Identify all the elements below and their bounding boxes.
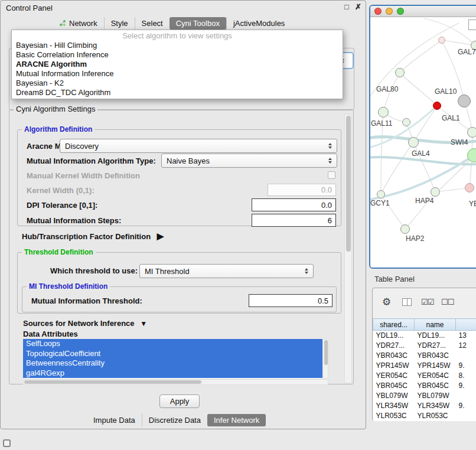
table-row[interactable]: YBR045CYBR045C9. xyxy=(373,381,476,391)
table-panel-title: Table Panel xyxy=(374,275,415,283)
data-attributes-label: Data Attributes xyxy=(23,330,78,338)
tab-cyni-toolbox[interactable]: Cyni Toolbox xyxy=(169,17,226,30)
node-label: HAP2 xyxy=(406,234,424,243)
attributes-hscrollbar-thumb[interactable] xyxy=(24,380,201,384)
settings-scrollbar-thumb[interactable] xyxy=(346,116,351,252)
tab-jactivemodules[interactable]: jActiveModules xyxy=(226,17,291,30)
which-threshold-label: Which threshold to use: xyxy=(50,266,138,275)
apply-button[interactable]: Apply xyxy=(159,394,200,408)
network-node[interactable] xyxy=(431,187,440,197)
table-row[interactable]: YDR27...YDR27...12 xyxy=(373,341,476,351)
dropdown-item-selected[interactable]: ARACNE Algorithm xyxy=(12,60,343,69)
mi-threshold-field[interactable]: 0.5 xyxy=(249,294,332,307)
table-row[interactable]: YBL079WYBL079W xyxy=(373,391,476,401)
desktop: Control Panel □ ✗ Network Style Select C… xyxy=(0,0,476,450)
network-node[interactable] xyxy=(467,127,476,138)
table-row[interactable]: YPR145WYPR145W9. xyxy=(373,361,476,371)
attribute-item[interactable]: BetweennessCentrality xyxy=(23,358,322,369)
dropdown-item[interactable]: Mutual Information Inference xyxy=(12,69,343,79)
column-header[interactable] xyxy=(456,319,476,331)
combo-arrows-icon xyxy=(324,158,332,164)
network-node-red[interactable] xyxy=(433,102,441,110)
tab-discretize-data[interactable]: Discretize Data xyxy=(142,414,207,426)
cyni-settings-group-title: Cyni Algorithm Settings xyxy=(14,105,97,113)
node-label: YE xyxy=(469,200,476,208)
dpi-tolerance-field[interactable]: 0.0 xyxy=(252,198,336,211)
dropdown-item[interactable]: Dream8 DC_TDC Algorithm xyxy=(12,88,343,97)
zoom-traffic-icon[interactable] xyxy=(397,8,404,15)
network-node[interactable] xyxy=(408,137,419,148)
table-row[interactable]: YDL19...YDL19...13 xyxy=(373,331,476,341)
node-label: GAL1 xyxy=(442,114,460,122)
deselect-all-icon[interactable]: ☐☐ xyxy=(441,298,454,306)
dropdown-placeholder: Select algorithm to view settings xyxy=(12,31,343,41)
attribute-item[interactable]: SelfLoops xyxy=(23,339,322,349)
gear-icon[interactable]: ⚙ xyxy=(382,296,391,308)
network-node[interactable] xyxy=(402,118,410,126)
expand-right-icon[interactable]: ▶ xyxy=(157,231,164,241)
attributes-scrollbar-thumb[interactable] xyxy=(324,340,328,365)
tab-network[interactable]: Network xyxy=(53,17,104,30)
table-row[interactable]: YBR043CYBR043C xyxy=(373,351,476,361)
network-node-gray[interactable] xyxy=(458,94,471,107)
network-node[interactable] xyxy=(377,190,385,198)
mi-type-combo[interactable]: Naive Bayes xyxy=(161,154,337,168)
network-node[interactable] xyxy=(400,224,410,234)
network-node[interactable] xyxy=(438,37,445,44)
dpi-tolerance-label: DPI Tolerance [0,1]: xyxy=(27,201,97,210)
column-header[interactable]: name xyxy=(415,319,456,331)
sources-section-header[interactable]: Sources for Network Inference ▼ xyxy=(23,319,147,328)
network-node[interactable] xyxy=(378,107,389,118)
tab-select[interactable]: Select xyxy=(135,17,169,30)
close-traffic-icon[interactable] xyxy=(374,8,382,15)
mi-type-label: Mutual Information Algorithm Type: xyxy=(27,156,156,165)
algorithm-dropdown-popup: Select algorithm to view settings Bayesi… xyxy=(11,30,343,99)
column-chooser-icon[interactable] xyxy=(402,298,412,306)
combo-arrows-icon xyxy=(300,268,308,274)
close-icon[interactable]: ✗ xyxy=(355,3,361,11)
node-label: GCY1 xyxy=(370,199,390,207)
select-all-icon[interactable]: ☑☑ xyxy=(421,298,433,306)
mi-threshold-group-title: MI Threshold Definition xyxy=(27,282,110,291)
table-row[interactable]: YER054CYER054C8. xyxy=(373,371,476,381)
mi-steps-field[interactable]: 6 xyxy=(252,214,336,227)
mi-threshold-label: Mutual Information Threshold: xyxy=(31,296,142,305)
minimize-traffic-icon[interactable] xyxy=(386,8,393,15)
tab-style[interactable]: Style xyxy=(104,17,135,30)
network-canvas[interactable]: GAL7 GAL80 GAL10 GAL11 GAL1 SWI4 GAL4 GC… xyxy=(370,17,476,268)
dropdown-item[interactable]: Basic Correlation Inference xyxy=(12,50,343,60)
hub-section-header[interactable]: Hub/Transcription Factor Definition ▶ xyxy=(22,231,164,241)
aracne-mode-combo[interactable]: Discovery xyxy=(60,139,337,153)
control-panel-window: Control Panel □ ✗ Network Style Select C… xyxy=(0,0,366,429)
attributes-hscrollbar[interactable] xyxy=(23,379,328,385)
attribute-item[interactable]: gal4RGexp xyxy=(23,369,322,379)
network-node-pink[interactable] xyxy=(465,183,474,193)
node-label: GAL11 xyxy=(371,119,392,128)
node-label: SWI4 xyxy=(451,138,468,146)
node-label: GAL80 xyxy=(376,85,398,93)
network-view-window: GAL7 GAL80 GAL10 GAL11 GAL1 SWI4 GAL4 GC… xyxy=(369,5,476,269)
restore-panel-icon[interactable] xyxy=(3,439,11,447)
settings-scrollbar[interactable] xyxy=(344,114,352,383)
attributes-list: SelfLoops TopologicalCoefficient Between… xyxy=(23,339,328,379)
dropdown-item[interactable]: Bayesian - Hill Climbing xyxy=(12,41,343,50)
tab-impute-data[interactable]: Impute Data xyxy=(87,414,142,426)
table-row[interactable]: YLR053CYLR053C xyxy=(373,411,476,421)
tab-infer-network[interactable]: Infer Network xyxy=(207,414,266,426)
network-window-titlebar xyxy=(370,6,476,17)
attribute-item[interactable]: TopologicalCoefficient xyxy=(23,349,322,359)
float-window-icon[interactable]: □ xyxy=(344,3,349,11)
node-label: GAL4 xyxy=(412,149,430,158)
threshold-definition-title: Threshold Definition xyxy=(22,248,96,256)
combo-arrows-icon xyxy=(324,143,332,149)
birdseye-view-toggle[interactable] xyxy=(468,19,476,30)
attributes-list-scrollbar[interactable] xyxy=(322,339,328,379)
network-node[interactable] xyxy=(395,68,405,77)
expand-down-icon[interactable]: ▼ xyxy=(140,319,147,328)
table-row[interactable]: YLR345WYLR345W9. xyxy=(373,401,476,411)
column-header[interactable]: shared... xyxy=(373,319,415,331)
table-panel: ⚙ ☑☑ ☐☐ shared... name YDL19...YDL19...1… xyxy=(372,288,476,421)
dropdown-item[interactable]: Bayesian - K2 xyxy=(12,79,343,88)
network-tab-icon xyxy=(59,19,66,27)
which-threshold-combo[interactable]: MI Threshold xyxy=(139,264,314,278)
